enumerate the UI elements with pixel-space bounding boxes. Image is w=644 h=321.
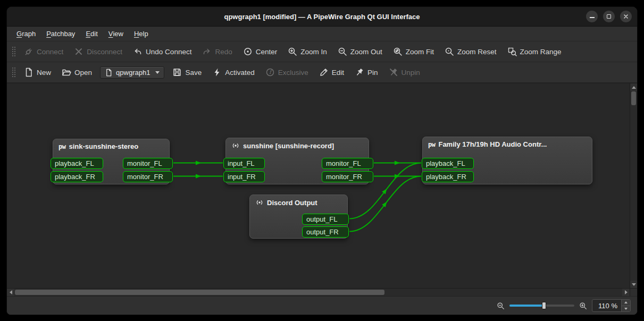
zoom-range-button[interactable]: Zoom Range xyxy=(503,44,566,59)
pin-button[interactable]: Pin xyxy=(350,65,383,80)
speaker-icon xyxy=(255,198,264,207)
toolbar-drag-handle[interactable] xyxy=(11,46,15,57)
port-playback-fr[interactable]: playback_FR xyxy=(51,171,103,182)
unpin-label: Unpin xyxy=(402,69,420,77)
zoom-reset-icon xyxy=(445,47,454,56)
zoom-reset-label: Zoom Reset xyxy=(457,48,497,56)
scroll-right-button[interactable] xyxy=(622,289,630,296)
pipewire-icon: pw xyxy=(58,143,65,150)
menu-edit[interactable]: Edit xyxy=(80,27,103,41)
port-playback-fr[interactable]: playback_FR xyxy=(422,171,474,182)
node-title: Family 17h/19h HD Audio Contr... xyxy=(438,140,547,148)
patchbay-file-icon xyxy=(105,69,113,77)
save-label: Save xyxy=(185,69,202,77)
scroll-left-button[interactable] xyxy=(7,289,14,296)
save-button[interactable]: Save xyxy=(168,65,206,80)
minimize-button[interactable] xyxy=(586,11,598,22)
activated-label: Activated xyxy=(225,69,255,77)
menubar: Graph Patchbay Edit View Help xyxy=(7,27,637,41)
close-icon xyxy=(623,14,629,19)
new-button[interactable]: New xyxy=(19,65,56,80)
port-output-fr[interactable]: output_FR xyxy=(302,226,349,238)
port-input-fl[interactable]: input_FL xyxy=(223,158,265,169)
node-discord-output[interactable]: Discord Output output_FL output_FR xyxy=(249,195,348,239)
connection-arrow xyxy=(196,174,201,179)
patchbay-session-combo[interactable]: qpwgraph1 xyxy=(100,66,164,79)
menu-patchbay[interactable]: Patchbay xyxy=(41,27,80,41)
horizontal-scrollbar[interactable] xyxy=(7,289,630,296)
maximize-button[interactable] xyxy=(603,11,615,22)
vertical-scrollbar[interactable] xyxy=(630,83,637,288)
zoom-value[interactable]: 110 % xyxy=(592,300,621,311)
patchbay-session-value: qpwgraph1 xyxy=(116,69,150,77)
zoom-out-label: Zoom Out xyxy=(350,48,382,56)
toolbar-file: New Open qpwgraph1 Save Activated xyxy=(7,62,637,83)
center-button[interactable]: Center xyxy=(238,44,282,59)
vertical-scrollbar-thumb[interactable] xyxy=(631,91,636,105)
zoom-slider-handle[interactable] xyxy=(542,302,546,309)
zoom-reset-button[interactable]: Zoom Reset xyxy=(440,44,501,59)
arrow-left-icon xyxy=(10,290,12,294)
zoom-in-small-icon[interactable] xyxy=(579,302,587,310)
port-monitor-fr[interactable]: monitor_FR xyxy=(123,171,173,182)
activated-bolt-icon xyxy=(212,67,222,77)
zoom-out-button[interactable]: Zoom Out xyxy=(333,44,387,59)
port-playback-fl[interactable]: playback_FL xyxy=(422,158,474,169)
zoom-slider[interactable] xyxy=(509,301,574,310)
edit-toggle[interactable]: Edit xyxy=(314,65,349,80)
close-button[interactable] xyxy=(620,11,632,22)
statusbar: 110 % xyxy=(7,296,637,315)
zoom-spinbox[interactable]: 110 % xyxy=(592,299,631,312)
open-button[interactable]: Open xyxy=(57,65,97,80)
node-header: pw Family 17h/19h HD Audio Contr... xyxy=(423,137,592,150)
port-output-fl[interactable]: output_FL xyxy=(302,214,349,225)
new-label: New xyxy=(37,69,51,77)
connect-label: Connect xyxy=(37,48,63,56)
unpin-button[interactable]: Unpin xyxy=(384,65,425,80)
horizontal-scrollbar-row xyxy=(7,288,637,296)
app-window: qpwgraph1 [modified] — A PipeWire Graph … xyxy=(6,6,638,315)
titlebar[interactable]: qpwgraph1 [modified] — A PipeWire Graph … xyxy=(7,7,637,27)
arrow-down-icon xyxy=(632,283,636,286)
port-monitor-fl[interactable]: monitor_FL xyxy=(322,158,373,169)
connection-arrow xyxy=(395,161,400,165)
canvas-area: pw sink-sunshine-stereo playback_FL play… xyxy=(7,83,637,288)
scroll-up-button[interactable] xyxy=(630,83,637,91)
connection-arrow xyxy=(196,161,201,165)
menu-graph[interactable]: Graph xyxy=(11,27,41,41)
node-sink-sunshine-stereo[interactable]: pw sink-sunshine-stereo playback_FL play… xyxy=(53,139,170,184)
port-playback-fl[interactable]: playback_FL xyxy=(51,158,103,169)
port-monitor-fl[interactable]: monitor_FL xyxy=(123,158,173,169)
zoom-spin-down-button[interactable] xyxy=(622,306,630,312)
node-header: pw sink-sunshine-stereo xyxy=(53,139,169,153)
zoom-out-small-icon[interactable] xyxy=(497,302,505,310)
disconnect-button[interactable]: Disconnect xyxy=(69,44,127,59)
redo-button[interactable]: Redo xyxy=(197,44,237,59)
spinbox-arrows xyxy=(621,300,630,311)
zoom-in-label: Zoom In xyxy=(300,48,327,56)
zoom-in-button[interactable]: Zoom In xyxy=(283,44,332,59)
port-input-fr[interactable]: input_FR xyxy=(223,171,265,182)
menu-help[interactable]: Help xyxy=(129,27,154,41)
exclusive-toggle[interactable]: f Exclusive xyxy=(261,65,313,80)
scrollbar-corner xyxy=(630,289,637,296)
node-family-hd-audio[interactable]: pw Family 17h/19h HD Audio Contr... play… xyxy=(422,137,592,184)
edit-pencil-icon xyxy=(319,67,329,77)
speaker-icon xyxy=(231,141,240,150)
toolbar-drag-handle[interactable] xyxy=(11,66,15,78)
save-icon xyxy=(172,67,182,77)
undo-connect-button[interactable]: Undo Connect xyxy=(128,44,196,59)
menu-view[interactable]: View xyxy=(103,27,129,41)
connect-button[interactable]: Connect xyxy=(19,44,68,59)
zoom-fit-button[interactable]: Zoom Fit xyxy=(388,44,439,59)
port-monitor-fr[interactable]: monitor_FR xyxy=(322,171,373,182)
horizontal-scrollbar-thumb[interactable] xyxy=(15,290,384,295)
scroll-down-button[interactable] xyxy=(630,281,637,288)
node-title: sink-sunshine-stereo xyxy=(69,142,138,150)
open-label: Open xyxy=(74,69,92,77)
activated-toggle[interactable]: Activated xyxy=(207,65,260,80)
zoom-spin-up-button[interactable] xyxy=(622,300,630,306)
node-sunshine[interactable]: sunshine [sunshine-record] input_FL inpu… xyxy=(225,138,369,184)
redo-icon xyxy=(202,47,212,56)
graph-canvas[interactable]: pw sink-sunshine-stereo playback_FL play… xyxy=(7,83,630,288)
